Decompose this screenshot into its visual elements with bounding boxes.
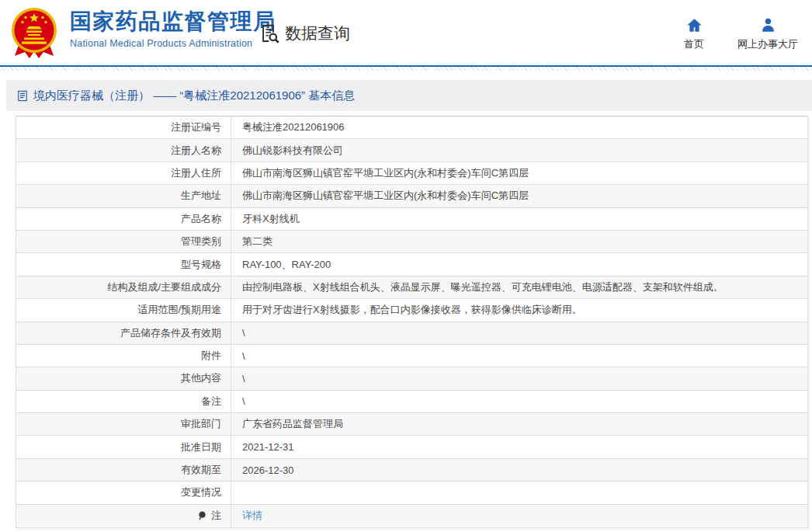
table-row: 批准日期 2021-12-31 — [16, 436, 807, 458]
header-nav: 首页 网上办事大厅 — [677, 17, 798, 51]
row-label: 备注 — [201, 395, 221, 409]
row-label: 注 — [211, 509, 221, 523]
user-icon — [760, 17, 776, 33]
row-value: 牙科X射线机 — [242, 212, 300, 226]
table-row: 结构及组成/主要组成成分 由控制电路板、X射线组合机头、液晶显示屏、曝光遥控器、… — [16, 276, 807, 299]
nav-item-service-hall[interactable]: 网上办事大厅 — [737, 17, 798, 51]
row-value-cell: 粤械注准20212061906 — [231, 116, 807, 138]
row-label-cell: 批准日期 — [16, 436, 231, 457]
page-title: 境内医疗器械（注册） —— “粤械注准20212061906” 基本信息 — [33, 89, 355, 103]
table-row: 注册证编号 粤械注准20212061906 — [16, 116, 807, 139]
home-icon — [686, 17, 703, 33]
row-label-cell: 注册证编号 — [16, 116, 231, 138]
row-label-cell: 管理类别 — [16, 231, 231, 252]
row-value-cell: 2021-12-31 — [231, 436, 807, 457]
row-label: 其他内容 — [181, 371, 221, 385]
row-value-cell: 佛山锐影科技有限公司 — [231, 139, 807, 161]
row-label: 审批部门 — [181, 417, 221, 431]
org-name-en: National Medical Products Administration — [70, 38, 276, 49]
table-row: 管理类别 第二类 — [16, 231, 807, 253]
row-label: 变更情况 — [181, 485, 221, 499]
row-label: 有效期至 — [181, 463, 221, 477]
row-value: 佛山市南海区狮山镇官窑平塘工业区内(永和村委会)车间C第四层 — [242, 189, 529, 203]
row-label: 注册证编号 — [171, 120, 221, 134]
row-value-cell: 2026-12-30 — [231, 459, 807, 481]
row-label: 批准日期 — [181, 440, 221, 454]
row-value-cell: \ — [231, 322, 807, 344]
row-value-cell: 第二类 — [231, 231, 807, 252]
table-row: 型号规格 RAY-100、RAY-200 — [16, 253, 807, 276]
row-label-cell: 备注 — [16, 391, 231, 412]
row-label-cell: 其他内容 — [16, 367, 231, 389]
table-row: 附件 \ — [16, 345, 807, 367]
row-value-cell: \ — [231, 391, 807, 412]
row-label: 产品名称 — [181, 212, 221, 226]
detail-link[interactable]: 详情 — [242, 509, 262, 523]
row-value: RAY-100、RAY-200 — [242, 258, 331, 272]
row-label: 生产地址 — [181, 189, 221, 203]
table-row: 生产地址 佛山市南海区狮山镇官窑平塘工业区内(永和村委会)车间C第四层 — [16, 185, 807, 207]
detail-table: 注册证编号 粤械注准20212061906 注册人名称 佛山锐影科技有限公司 — [16, 116, 808, 528]
row-label: 结构及组成/主要组成成分 — [107, 280, 221, 294]
row-value: \ — [242, 395, 245, 407]
table-row: 备注 \ — [16, 391, 807, 413]
org-name-cn: 国家药品监督管理局 — [70, 10, 276, 34]
data-query-tab[interactable]: 数据查询 — [259, 23, 350, 44]
row-label-cell: 产品储存条件及有效期 — [16, 322, 231, 344]
document-icon — [17, 90, 28, 102]
nav-item-home[interactable]: 首页 — [677, 17, 711, 51]
row-value-cell: 广东省药品监督管理局 — [231, 413, 807, 435]
row-label: 附件 — [201, 349, 221, 363]
table-row: 其他内容 \ — [16, 367, 807, 390]
row-value: \ — [242, 350, 245, 362]
row-label-cell: 审批部门 — [16, 413, 231, 435]
row-value: 第二类 — [242, 235, 272, 249]
row-label-cell: 注册人住所 — [16, 162, 231, 184]
table-row: 产品名称 牙科X射线机 — [16, 208, 807, 231]
row-value-cell: \ — [231, 345, 807, 367]
row-label-cell: 变更情况 — [16, 482, 231, 503]
row-label-cell: 适用范围/预期用途 — [16, 299, 231, 321]
row-value: 2026-12-30 — [242, 464, 294, 476]
data-query-icon — [259, 23, 280, 44]
table-row: 有效期至 2026-12-30 — [16, 459, 807, 482]
row-value-cell: 由控制电路板、X射线组合机头、液晶显示屏、曝光遥控器、可充电锂电池、电源适配器、… — [231, 276, 807, 298]
data-query-label: 数据查询 — [285, 23, 350, 44]
row-value-cell: 佛山市南海区狮山镇官窑平塘工业区内(永和村委会)车间C第四层 — [231, 162, 807, 184]
row-value: 佛山锐影科技有限公司 — [242, 144, 343, 158]
row-label-cell: 注册人名称 — [16, 139, 231, 161]
row-value-cell — [231, 482, 807, 503]
hatch-divider — [0, 67, 812, 71]
table-row: 注 详情 — [16, 505, 807, 527]
site-header: 国家药品监督管理局 National Medical Products Admi… — [0, 0, 812, 67]
org-title-block: 国家药品监督管理局 National Medical Products Admi… — [70, 10, 276, 49]
row-label: 注册人住所 — [171, 166, 221, 180]
row-value: 2021-12-31 — [242, 441, 294, 453]
nav-item-label: 网上办事大厅 — [737, 37, 798, 51]
breadcrumb: 境内医疗器械（注册） —— “粤械注准20212061906” 基本信息 — [6, 80, 812, 111]
row-value: 粤械注准20212061906 — [242, 120, 345, 134]
row-value-cell: 详情 — [231, 505, 807, 527]
row-value-cell: 牙科X射线机 — [231, 208, 807, 230]
row-value: 广东省药品监督管理局 — [242, 417, 343, 431]
row-value: \ — [242, 373, 245, 384]
row-label-cell: 有效期至 — [16, 459, 231, 481]
row-label-cell: 型号规格 — [16, 253, 231, 275]
row-label-cell: 附件 — [16, 345, 231, 367]
row-value-cell: 用于对牙齿进行X射线摄影，配合口内影像接收器，获得影像供临床诊断用。 — [231, 299, 807, 321]
row-value: 用于对牙齿进行X射线摄影，配合口内影像接收器，获得影像供临床诊断用。 — [242, 303, 582, 317]
row-value: 由控制电路板、X射线组合机头、液晶显示屏、曝光遥控器、可充电锂电池、电源适配器、… — [242, 280, 724, 294]
row-value: 佛山市南海区狮山镇官窑平塘工业区内(永和村委会)车间C第四层 — [242, 166, 529, 180]
table-row: 注册人名称 佛山锐影科技有限公司 — [16, 139, 807, 162]
row-value: \ — [242, 327, 245, 339]
row-label: 产品储存条件及有效期 — [120, 326, 221, 340]
table-row: 产品储存条件及有效期 \ — [16, 322, 807, 345]
row-value-cell: \ — [231, 367, 807, 389]
national-emblem-logo — [8, 6, 61, 61]
row-label: 管理类别 — [181, 235, 221, 249]
row-label: 注册人名称 — [171, 144, 221, 158]
row-label: 型号规格 — [181, 258, 221, 272]
row-value-cell: RAY-100、RAY-200 — [231, 253, 807, 275]
table-row: 适用范围/预期用途 用于对牙齿进行X射线摄影，配合口内影像接收器，获得影像供临床… — [16, 299, 807, 322]
row-label: 适用范围/预期用途 — [137, 303, 221, 317]
